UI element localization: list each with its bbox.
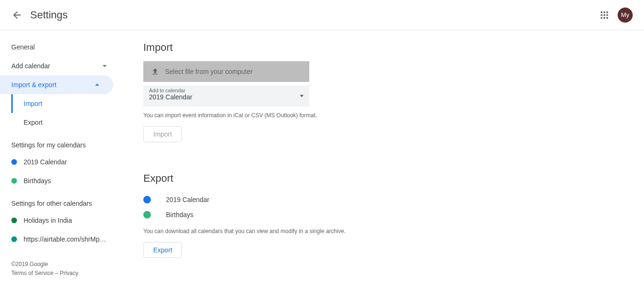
add-to-calendar-select[interactable]: Add to calendar 2019 Calendar: [143, 86, 309, 106]
footer-sep: –: [53, 270, 59, 276]
sidebar-calendar-item[interactable]: Holidays in India: [0, 211, 121, 230]
apps-grid-icon: [600, 11, 609, 19]
svg-point-0: [601, 11, 603, 13]
user-avatar[interactable]: My: [618, 8, 633, 23]
header-left: Settings: [11, 9, 68, 21]
svg-point-4: [603, 14, 605, 16]
main-content: Import Select file from your computer Ad…: [121, 30, 644, 291]
import-heading: Import: [143, 41, 621, 54]
svg-point-1: [603, 11, 605, 13]
calendar-color-dot: [11, 218, 17, 223]
calendar-label: 2019 Calendar: [24, 158, 67, 166]
sidebar-label: Add calendar: [11, 62, 50, 70]
export-heading: Export: [143, 172, 621, 185]
sidebar-label: General: [11, 43, 35, 51]
caret-down-icon: [300, 95, 304, 97]
sidebar-item-general[interactable]: General: [0, 38, 121, 57]
sidebar-footer: ©2019 Google Terms of Service – Privacy: [0, 249, 121, 278]
import-help-text: You can import event information in iCal…: [143, 112, 621, 119]
calendar-color-dot: [143, 196, 151, 203]
sidebar-label: Import & export: [11, 81, 57, 89]
svg-point-3: [601, 14, 603, 16]
layout: General Add calendar Import & export Imp…: [0, 30, 644, 291]
export-calendar-row: Birthdays: [143, 207, 621, 222]
sidebar-section-other-calendars: Settings for other calendars: [0, 190, 121, 211]
export-calendar-label: Birthdays: [166, 211, 193, 218]
export-section: Export 2019 Calendar Birthdays You can d…: [143, 172, 621, 258]
chevron-down-icon: [100, 61, 109, 71]
sidebar-subitems: Import Export: [11, 94, 121, 132]
select-file-button[interactable]: Select file from your computer: [143, 61, 309, 82]
terms-link[interactable]: Terms of Service: [11, 270, 53, 276]
select-value: 2019 Calendar: [149, 93, 304, 101]
sidebar-subitem-import[interactable]: Import: [11, 94, 121, 113]
calendar-color-dot: [11, 236, 17, 242]
export-button[interactable]: Export: [143, 242, 182, 258]
svg-point-8: [606, 17, 608, 19]
calendar-label: https://airtable.com/shrMp…: [24, 235, 106, 243]
calendar-label: Birthdays: [24, 177, 51, 185]
page-title: Settings: [30, 9, 68, 21]
calendar-color-dot: [11, 159, 17, 165]
sidebar: General Add calendar Import & export Imp…: [0, 30, 121, 291]
calendar-color-dot: [11, 178, 17, 184]
copyright-text: ©2019 Google: [11, 260, 109, 269]
select-label: Add to calendar: [149, 88, 304, 93]
select-file-label: Select file from your computer: [165, 68, 253, 75]
app-header: Settings My: [0, 0, 644, 30]
calendar-label: Holidays in India: [24, 217, 72, 224]
header-right: My: [599, 8, 633, 23]
export-calendar-label: 2019 Calendar: [166, 196, 209, 203]
sidebar-calendar-item[interactable]: 2019 Calendar: [0, 153, 121, 171]
sidebar-calendar-item[interactable]: Birthdays: [0, 171, 121, 190]
sidebar-item-add-calendar[interactable]: Add calendar: [0, 57, 121, 75]
arrow-left-icon: [11, 9, 23, 21]
import-button[interactable]: Import: [143, 126, 182, 142]
sidebar-calendar-item[interactable]: https://airtable.com/shrMp…: [0, 230, 121, 249]
chevron-up-icon: [92, 80, 102, 89]
privacy-link[interactable]: Privacy: [60, 270, 78, 276]
upload-icon: [151, 67, 159, 76]
export-help-text: You can download all calendars that you …: [143, 228, 621, 234]
sidebar-section-my-calendars: Settings for my calendars: [0, 132, 121, 153]
svg-point-5: [606, 14, 608, 16]
svg-point-2: [606, 11, 608, 13]
back-button[interactable]: [11, 9, 23, 21]
export-calendar-row: 2019 Calendar: [143, 192, 621, 207]
svg-point-7: [603, 17, 605, 19]
sidebar-item-import-export[interactable]: Import & export: [0, 75, 113, 94]
footer-links: Terms of Service – Privacy: [11, 269, 109, 278]
sidebar-subitem-export[interactable]: Export: [12, 113, 121, 132]
apps-button[interactable]: [599, 9, 610, 21]
calendar-color-dot: [143, 211, 151, 218]
svg-point-6: [601, 17, 603, 19]
